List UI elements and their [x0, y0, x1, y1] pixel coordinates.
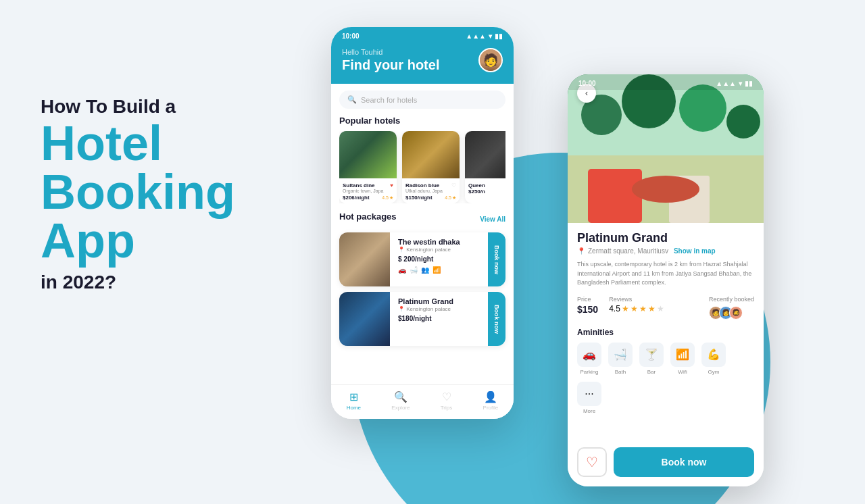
- package-price-1: $ 200/night: [398, 255, 480, 263]
- hotel-card-img-2: [402, 131, 460, 178]
- bath-icon-box: 🛁: [608, 343, 633, 367]
- hot-packages-title: Hot packages: [339, 211, 397, 222]
- wifi-icon-box: 📶: [670, 343, 695, 367]
- package-loc-1: 📍 Kensington palace: [398, 247, 480, 253]
- recently-booked-stat: Recently booked 🧑 👩 🧔: [709, 296, 754, 320]
- phone2-footer: ♡ Book now: [568, 440, 764, 486]
- star5: ★: [657, 304, 664, 313]
- rating-value: 4.5: [609, 304, 620, 313]
- package-loc-2: 📍 Kensington palace: [398, 306, 480, 312]
- user-avatar[interactable]: 🧑: [478, 48, 503, 72]
- nav-home-label: Home: [347, 405, 361, 411]
- hotel-loc-2: Utkal aduru, Japa: [405, 188, 456, 193]
- pin-icon-1: 📍: [398, 247, 405, 253]
- package-card-1[interactable]: The westin dhaka 📍 Kensington palace $ 2…: [339, 232, 505, 286]
- headline-booking: Booking: [41, 168, 284, 216]
- signal-icon: ▲▲▲: [466, 32, 486, 40]
- hotel-description: This upscale, contemporary hotel is 2 km…: [577, 260, 754, 288]
- wishlist-button[interactable]: ♡: [577, 447, 607, 477]
- headline-line1: How To Build a: [41, 96, 176, 117]
- nav-profile[interactable]: 👤 Profile: [483, 390, 499, 411]
- price-label: Price: [577, 296, 598, 303]
- nav-trips[interactable]: ♡ Trips: [441, 390, 452, 411]
- bath-icon: 🛁: [410, 266, 418, 274]
- avatar-image: 🧑: [480, 49, 501, 71]
- battery-icon: ▮▮: [495, 32, 503, 40]
- hotel-card-img-1: [339, 131, 397, 178]
- hotel-card-info-1: Sultans dine ♥ Organic town, Japa $206/n…: [339, 178, 397, 203]
- left-text-section: How To Build a Hotel Booking App in 2022…: [41, 95, 284, 293]
- amenity-bar: 🍸 Bar: [639, 343, 664, 375]
- nav-home[interactable]: ⊞ Home: [347, 390, 361, 411]
- phone1-time: 10:00: [342, 32, 360, 40]
- phone1-body: Popular hotels Sultans dine ♥ Organic to…: [331, 109, 514, 358]
- hotel-card-3[interactable]: Queen $250/n: [465, 131, 505, 203]
- wifi-icon-pkg: 📶: [432, 266, 441, 274]
- hotel-cards-list: Sultans dine ♥ Organic town, Japa $206/n…: [339, 131, 505, 203]
- wifi-icon-p2: ▾: [739, 80, 742, 87]
- bottom-nav: ⊞ Home 🔍 Explore ♡ Trips 👤 Profile: [331, 384, 514, 419]
- package-name-2: Platinum Grand: [398, 297, 480, 305]
- location-pin-icon: 📍: [577, 247, 585, 255]
- star4: ★: [648, 304, 656, 313]
- hotel-card-info-3: Queen $250/n: [465, 178, 505, 197]
- explore-icon: 🔍: [394, 390, 407, 403]
- phone2-status-icons: ▲▲▲ ▾ ▮▮: [716, 80, 753, 87]
- trips-icon: ♡: [442, 390, 451, 403]
- headline-year: in 2022?: [41, 272, 284, 293]
- reviews-stat: Reviews 4.5 ★ ★ ★ ★ ★: [609, 296, 664, 320]
- show-map-link[interactable]: Show in map: [674, 247, 716, 255]
- hotel-detail-name: Platinum Grand: [577, 231, 754, 245]
- hotel-card-1[interactable]: Sultans dine ♥ Organic town, Japa $206/n…: [339, 131, 397, 203]
- hotel-card-2[interactable]: Radison blue ♡ Utkal aduru, Japa $150/ni…: [402, 131, 460, 203]
- find-hotel-title: Find your hotel: [342, 57, 439, 73]
- nav-explore[interactable]: 🔍 Explore: [391, 390, 410, 411]
- amenity-parking: 🚗 Parking: [577, 343, 601, 375]
- parking-icon-box: 🚗: [577, 343, 601, 367]
- book-btn-2[interactable]: Book now: [488, 292, 505, 346]
- nav-trips-label: Trips: [441, 405, 452, 411]
- package-card-2[interactable]: Platinum Grand 📍 Kensington palace $180/…: [339, 292, 505, 346]
- book-btn-1[interactable]: Book now: [488, 232, 505, 286]
- view-all-btn[interactable]: View All: [480, 216, 505, 223]
- phone2-screen: 10:00 ▲▲▲ ▾ ▮▮ ‹ Platinum Grand 📍 Zermat…: [568, 74, 764, 486]
- package-price-2: $180/night: [398, 315, 480, 322]
- wifi-label: Wifi: [678, 369, 687, 375]
- hero-overlay: [568, 74, 764, 223]
- more-label: More: [583, 408, 595, 414]
- amenity-more[interactable]: ··· More: [577, 382, 601, 414]
- hotel-hero-image: 10:00 ▲▲▲ ▾ ▮▮ ‹: [568, 74, 764, 223]
- rating-stars: 4.5 ★ ★ ★ ★ ★: [609, 304, 664, 313]
- amenities-title: Aminities: [577, 328, 754, 337]
- star1: ★: [622, 304, 629, 313]
- phone1-status-bar: 10:00 ▲▲▲ ▾ ▮▮: [331, 27, 514, 43]
- home-icon: ⊞: [349, 390, 358, 403]
- package-img-2: [339, 292, 390, 346]
- more-icon-box: ···: [577, 382, 601, 406]
- packages-header: Hot packages View All: [339, 211, 505, 227]
- package-amenities-1: 🚗 🛁 👥 📶: [398, 266, 480, 274]
- book-now-button[interactable]: Book now: [614, 447, 754, 477]
- star2: ★: [631, 304, 638, 313]
- package-info-1: The westin dhaka 📍 Kensington palace $ 2…: [395, 232, 483, 286]
- gym-icon-box: 💪: [701, 343, 726, 367]
- reviews-label: Reviews: [609, 296, 664, 303]
- gym-label: Gym: [708, 369, 720, 375]
- bar-icon-box: 🍸: [639, 343, 664, 367]
- signal-icon-p2: ▲▲▲: [716, 80, 736, 87]
- nav-profile-label: Profile: [483, 405, 499, 411]
- heart-icon-1: ♥: [390, 182, 393, 188]
- star3: ★: [639, 304, 647, 313]
- profile-icon: 👤: [484, 390, 497, 403]
- phone1-screen: 10:00 ▲▲▲ ▾ ▮▮ Hello Touhid Find your ho…: [331, 27, 514, 419]
- booked-avatar-3: 🧔: [729, 306, 743, 320]
- bath-label: Bath: [615, 369, 626, 375]
- status-icons: ▲▲▲ ▾ ▮▮: [466, 32, 503, 40]
- search-bar[interactable]: 🔍 Search for hotels: [339, 91, 505, 109]
- nav-explore-label: Explore: [391, 405, 410, 411]
- hotel-stats: Price $150 Reviews 4.5 ★ ★ ★ ★ ★ Recentl…: [577, 296, 754, 320]
- popular-hotels-title: Popular hotels: [339, 116, 505, 126]
- search-placeholder: Search for hotels: [361, 96, 417, 104]
- hotel-loc-1: Organic town, Japa: [343, 188, 393, 193]
- price-stat: Price $150: [577, 296, 598, 320]
